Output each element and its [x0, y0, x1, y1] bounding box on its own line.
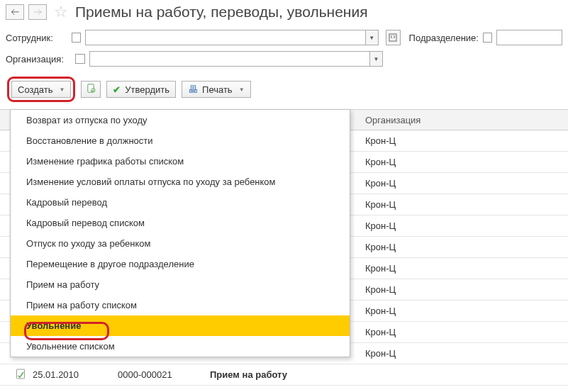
- employee-label: Сотрудник:: [6, 33, 67, 43]
- organization-checkbox[interactable]: [75, 54, 85, 64]
- organization-input[interactable]: [89, 51, 370, 67]
- menu-item[interactable]: Изменение графика работы списком: [11, 151, 350, 172]
- menu-item[interactable]: Увольнение списком: [11, 336, 350, 357]
- forward-button: 🡢: [28, 4, 47, 20]
- caret-down-icon: ▼: [239, 86, 245, 93]
- menu-item[interactable]: Восстановление в должности: [11, 130, 350, 151]
- refresh-button[interactable]: [81, 81, 101, 98]
- menu-item[interactable]: Возврат из отпуска по уходу: [11, 110, 350, 130]
- printer-icon: 🖶: [188, 84, 198, 95]
- print-button[interactable]: 🖶 Печать ▼: [182, 81, 251, 98]
- approve-button[interactable]: ✔ Утвердить: [106, 81, 176, 98]
- col-organization: Организация: [358, 115, 568, 125]
- create-dropdown: Возврат из отпуска по уходу Восстановлен…: [10, 109, 350, 357]
- svg-rect-0: [389, 34, 396, 41]
- employee-expand-button[interactable]: [386, 30, 401, 45]
- menu-item[interactable]: Прием на работу списком: [11, 295, 350, 315]
- row-number: 0000-000021: [118, 369, 203, 380]
- back-button[interactable]: 🡠: [6, 4, 24, 20]
- refresh-icon: [86, 83, 96, 96]
- caret-down-icon: ▼: [59, 86, 65, 93]
- menu-item[interactable]: Перемещение в другое подразделение: [11, 254, 350, 274]
- header: 🡠 🡢 ☆ Приемы на работу, переводы, увольн…: [0, 0, 568, 24]
- menu-item[interactable]: Прием на работу: [11, 274, 350, 295]
- subdivision-input[interactable]: [496, 30, 562, 45]
- approve-label: Утвердить: [125, 84, 169, 95]
- check-icon: ✔: [113, 84, 121, 95]
- menu-item-dismissal[interactable]: Увольнение: [11, 315, 350, 336]
- create-label: Создать: [18, 84, 52, 95]
- menu-item[interactable]: Кадровый перевод: [11, 192, 350, 213]
- favorite-star-icon[interactable]: ☆: [54, 3, 68, 21]
- highlight-create: Создать ▼: [7, 77, 75, 102]
- employee-input[interactable]: [85, 30, 366, 45]
- organization-dropdown-button[interactable]: ▼: [370, 51, 383, 67]
- document-icon: [16, 369, 26, 381]
- toolbar: Создать ▼ ✔ Утвердить 🖶 Печать ▼: [0, 72, 568, 109]
- expand-icon: [389, 33, 397, 42]
- organization-label: Организация:: [6, 54, 71, 65]
- create-button[interactable]: Создать ▼: [11, 81, 71, 98]
- employee-checkbox[interactable]: [72, 33, 81, 43]
- subdivision-checkbox[interactable]: [483, 33, 492, 43]
- svg-rect-3: [17, 369, 25, 379]
- content: Организация Крон-Ц Крон-Ц Крон-Ц Крон-Ц …: [0, 109, 568, 386]
- row-type: Прием на работу: [210, 369, 287, 380]
- page-title: Приемы на работу, переводы, увольнения: [75, 4, 368, 21]
- svg-point-2: [91, 88, 95, 92]
- employee-dropdown-button[interactable]: ▼: [366, 30, 379, 45]
- menu-item[interactable]: Отпуск по уходу за ребенком: [11, 233, 350, 254]
- row-date: 25.01.2010: [33, 369, 111, 380]
- menu-item[interactable]: Изменение условий оплаты отпуска по уход…: [11, 172, 350, 192]
- print-label: Печать: [202, 84, 233, 95]
- subdivision-label: Подразделение:: [409, 33, 479, 43]
- filters: Сотрудник: ▼ Подразделение: Организация:…: [0, 24, 568, 72]
- menu-item[interactable]: Кадровый перевод списком: [11, 213, 350, 233]
- table-row[interactable]: 25.01.2010 0000-000021 Прием на работу: [0, 364, 568, 386]
